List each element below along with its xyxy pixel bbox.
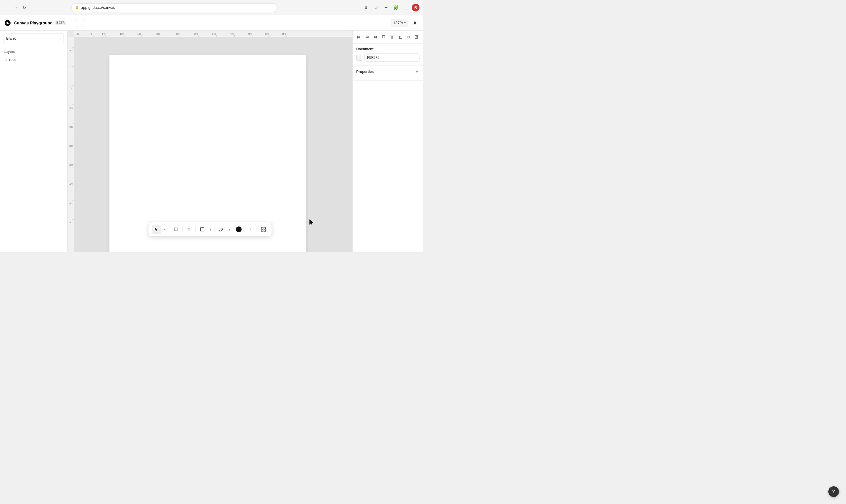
document-color-swatch[interactable]: [356, 55, 362, 60]
tool-frame-btn[interactable]: [171, 224, 181, 234]
tool-select-chevron-btn[interactable]: ▾: [163, 224, 168, 234]
document-section-header: Document: [356, 47, 420, 51]
tool-separator-6: [244, 227, 244, 232]
tool-separator-4: [215, 227, 215, 232]
template-select[interactable]: Blank Template A Template B: [3, 34, 64, 43]
left-sidebar: Blank Template A Template B ⌄ Layers # r…: [0, 31, 68, 252]
browser-forward-btn[interactable]: →: [12, 4, 19, 11]
play-btn[interactable]: [411, 19, 420, 28]
layers-section: Layers # root: [0, 46, 67, 67]
tool-shape-chevron-btn[interactable]: ▾: [208, 224, 213, 234]
browser-back-btn[interactable]: ←: [3, 4, 10, 11]
browser-reload-btn[interactable]: ↻: [21, 4, 28, 11]
align-top-btn[interactable]: [380, 33, 387, 41]
template-selector: Blank Template A Template B ⌄: [0, 31, 67, 46]
align-v-center-btn[interactable]: [388, 33, 396, 41]
bottom-toolbar: ▾ T ▾: [148, 222, 272, 237]
svg-text:200: 200: [69, 106, 73, 109]
svg-text:0: 0: [91, 33, 92, 35]
document-section: Document: [353, 43, 423, 66]
tool-separator-1: [169, 227, 170, 232]
tool-ai-btn[interactable]: [246, 224, 255, 234]
tool-text-btn[interactable]: T: [184, 224, 194, 234]
browser-more-btn[interactable]: ⋮: [402, 3, 410, 12]
text-icon: T: [188, 227, 190, 232]
properties-section: Properties +: [353, 66, 423, 80]
app-title: Canvas Playground: [14, 21, 53, 25]
align-toolbar: [353, 31, 423, 43]
svg-rect-49: [174, 228, 177, 231]
app-container: Canvas Playground BETA + 137% ▾ Blank Te…: [0, 15, 423, 252]
tool-rect-btn[interactable]: [198, 224, 207, 234]
svg-text:450: 450: [248, 33, 252, 35]
ruler-horizontal: -50 0 50 100 150 200 250 300 350 400 450…: [74, 31, 352, 37]
ruler-h-svg: -50 0 50 100 150 200 250 300 350 400 450…: [74, 31, 352, 37]
svg-rect-54: [262, 230, 263, 231]
tool-select-btn[interactable]: [152, 224, 161, 234]
align-bottom-btn[interactable]: [396, 33, 404, 41]
browser-url: app.grida.co/canvas: [81, 5, 115, 10]
tool-pen-btn[interactable]: [217, 224, 226, 234]
browser-address-bar[interactable]: 🔒 app.grida.co/canvas: [71, 3, 277, 12]
svg-text:50: 50: [69, 49, 72, 52]
svg-text:-50: -50: [76, 33, 80, 35]
svg-text:400: 400: [69, 183, 73, 185]
svg-rect-67: [400, 36, 401, 38]
browser-ext2-btn[interactable]: 🧩: [392, 3, 400, 12]
browser-download-btn[interactable]: ⬇: [362, 3, 370, 12]
svg-text:100: 100: [120, 33, 124, 35]
lock-icon: 🔒: [75, 5, 79, 10]
svg-text:250: 250: [176, 33, 180, 35]
svg-text:400: 400: [230, 33, 234, 35]
browser-profile-icon[interactable]: R: [412, 4, 420, 12]
canvas-inner[interactable]: [74, 37, 352, 252]
zoom-control[interactable]: 137% ▾: [391, 19, 408, 26]
svg-text:500: 500: [69, 221, 73, 224]
properties-add-btn[interactable]: +: [414, 69, 420, 74]
browser-extension-btn[interactable]: ✦: [382, 3, 390, 12]
svg-text:350: 350: [212, 33, 216, 35]
tool-separator-2: [182, 227, 183, 232]
svg-rect-73: [416, 36, 418, 38]
browser-star-btn[interactable]: ☆: [372, 3, 380, 12]
svg-text:350: 350: [69, 164, 73, 166]
layers-title: Layers: [3, 50, 64, 54]
svg-marker-1: [414, 21, 417, 25]
toolbar-add-btn[interactable]: +: [76, 19, 84, 27]
toolbar-separator-1: [72, 20, 72, 26]
align-h-center-btn[interactable]: [363, 33, 371, 41]
document-color-input[interactable]: [365, 54, 420, 62]
ruler-v-svg: 50 100 150 200 250 300 350 400 450 500: [68, 37, 74, 252]
svg-text:300: 300: [194, 33, 198, 35]
main-area: Blank Template A Template B ⌄ Layers # r…: [0, 31, 423, 252]
zoom-chevron-icon: ▾: [404, 21, 406, 24]
tool-components-btn[interactable]: [259, 224, 268, 234]
svg-text:500: 500: [265, 33, 269, 35]
svg-rect-63: [383, 36, 384, 38]
tool-color-dot[interactable]: [236, 227, 242, 232]
properties-section-header: Properties +: [356, 69, 420, 74]
browser-chrome: ← → ↻ 🔒 app.grida.co/canvas ⬇ ☆ ✦ 🧩 ⋮ R: [0, 0, 423, 15]
align-left-btn[interactable]: [355, 33, 363, 41]
tool-pen-chevron-btn[interactable]: ▾: [227, 224, 232, 234]
svg-rect-57: [358, 36, 360, 38]
right-sidebar: Document Properties +: [352, 31, 423, 252]
document-color-row: [356, 54, 420, 62]
align-right-btn[interactable]: [371, 33, 379, 41]
zoom-level: 137%: [393, 21, 403, 25]
browser-actions: ⬇ ☆ ✦ 🧩 ⋮ R: [362, 3, 420, 12]
beta-badge: BETA: [55, 21, 66, 25]
layer-frame-icon: #: [5, 57, 7, 62]
template-select-wrapper[interactable]: Blank Template A Template B ⌄: [3, 34, 64, 43]
canvas-area[interactable]: -50 0 50 100 150 200 250 300 350 400 450…: [68, 31, 352, 252]
distribute-h-btn[interactable]: [405, 33, 412, 41]
svg-rect-70: [408, 36, 409, 38]
svg-text:100: 100: [69, 68, 73, 71]
cursor-position: [310, 219, 314, 226]
svg-text:150: 150: [137, 33, 141, 35]
svg-rect-53: [264, 227, 266, 229]
document-title: Document: [356, 47, 374, 51]
layer-root[interactable]: # root: [3, 56, 64, 63]
svg-line-51: [222, 228, 223, 229]
distribute-v-btn[interactable]: [413, 33, 421, 41]
